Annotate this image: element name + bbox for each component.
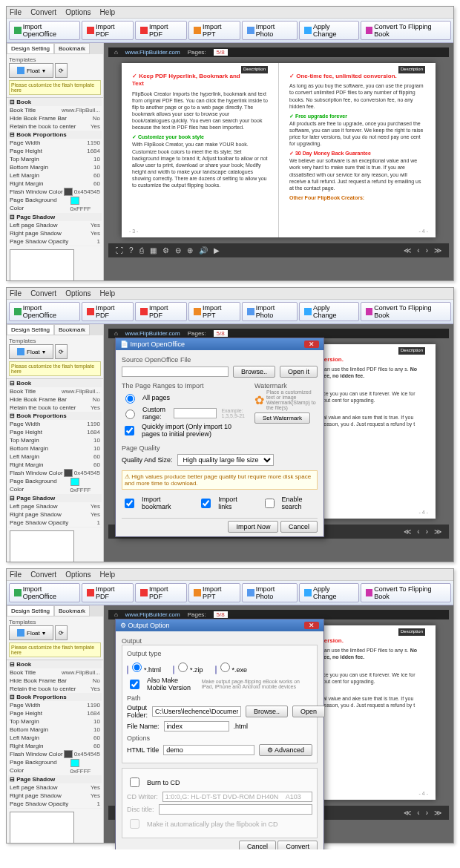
prop-row[interactable]: Top Margin10 [8, 155, 102, 163]
prop-group[interactable]: ⊟ Book Proportions [8, 693, 102, 701]
menu-file[interactable]: File [10, 8, 22, 16]
sound-icon[interactable]: 🔊 [199, 246, 208, 254]
toolbar-import-ppt[interactable]: Import PPT [188, 583, 240, 602]
toolbar-import-pdf[interactable]: Import PDF [135, 21, 187, 40]
prop-row[interactable]: Bottom Margin10 [8, 163, 102, 171]
menu-options[interactable]: Options [65, 289, 91, 297]
gear-icon[interactable]: ⚙ [162, 246, 169, 254]
prop-row[interactable]: Book Titlewww.FlipBuil... [8, 387, 102, 395]
prop-row[interactable]: Page Shadow Opacity1 [8, 237, 102, 246]
open-button[interactable]: Open [292, 706, 325, 717]
import-bookmark-check[interactable] [125, 499, 134, 508]
type-exe-radio[interactable] [220, 662, 230, 672]
home-icon[interactable]: ⌂ [114, 49, 118, 56]
first-icon[interactable]: ≪ [404, 246, 411, 254]
last-icon[interactable]: ≫ [434, 246, 441, 254]
prop-row[interactable]: Page Background Color 0xFFFF [8, 196, 102, 212]
toolbar-import-pdf[interactable]: Import PDF [82, 21, 134, 40]
prop-row[interactable]: Left Margin60 [8, 734, 102, 742]
file-name-input[interactable] [164, 721, 229, 731]
prop-row[interactable]: Right page ShadowYes [8, 792, 102, 800]
toolbar-import-pdf[interactable]: Import PDF [135, 583, 187, 602]
type-zip-radio[interactable] [178, 662, 188, 672]
toolbar-convert-to-flipping-book[interactable]: Convert To Flipping Book [361, 21, 452, 40]
toolbar-import-photo[interactable]: Import Photo [242, 583, 298, 602]
toolbar-apply-change[interactable]: Apply Change [299, 302, 358, 321]
menu-help[interactable]: Help [100, 571, 116, 579]
toolbar-import-pdf[interactable]: Import PDF [82, 583, 134, 602]
prop-row[interactable]: Page Height1684 [8, 709, 102, 717]
prop-row[interactable]: Page Background Color 0xFFFF [8, 477, 102, 493]
type-html-radio[interactable] [132, 662, 142, 672]
prop-row[interactable]: Book Titlewww.FlipBuil... [8, 668, 102, 677]
prop-group[interactable]: ⊟ Book [8, 660, 102, 668]
zoom-out-icon[interactable]: ⊖ [175, 246, 181, 254]
toolbar-import-ppt[interactable]: Import PPT [188, 302, 240, 321]
prop-row[interactable]: Hide Book Frame BarNo [8, 395, 102, 404]
quick-import-check[interactable] [125, 426, 134, 435]
prop-group[interactable]: ⊟ Book Proportions [8, 412, 102, 420]
menu-help[interactable]: Help [100, 8, 116, 16]
toolbar-import-pdf[interactable]: Import PDF [82, 302, 134, 321]
template-refresh[interactable]: ⟳ [55, 63, 68, 78]
thumbs-icon[interactable]: ▦ [150, 246, 157, 254]
book[interactable]: Description ✓ Keep PDF Hyperlink, Bookma… [122, 63, 436, 237]
prop-row[interactable]: Hide Book Frame BarNo [8, 114, 102, 122]
toolbar-import-openoffice[interactable]: Import OpenOffice [9, 583, 80, 602]
mobile-check[interactable] [130, 680, 139, 689]
template-select[interactable]: Float▾ [9, 63, 53, 78]
prop-row[interactable]: Right Margin60 [8, 180, 102, 188]
prop-row[interactable]: Top Margin10 [8, 436, 102, 444]
prev-icon[interactable]: ‹ [417, 246, 419, 254]
tab-bookmark[interactable]: Bookmark [54, 605, 90, 617]
page-input[interactable]: 5/8 [214, 49, 228, 56]
prop-group[interactable]: ⊟ Book [8, 379, 102, 387]
prop-row[interactable]: Retain the book to centerYes [8, 404, 102, 412]
advanced-button[interactable]: ⚙ Advanced [259, 744, 312, 756]
tab-design-setting[interactable]: Design Setting [7, 324, 54, 335]
toolbar-convert-to-flipping-book[interactable]: Convert To Flipping Book [361, 302, 452, 321]
tab-bookmark[interactable]: Bookmark [54, 43, 90, 54]
toolbar-import-pdf[interactable]: Import PDF [135, 302, 187, 321]
prop-row[interactable]: Top Margin10 [8, 717, 102, 726]
quality-select[interactable]: High quality large file size [177, 454, 274, 466]
template-select[interactable]: Float▾ [9, 344, 53, 359]
menu-file[interactable]: File [10, 571, 22, 579]
zoom-in-icon[interactable]: ⊕ [187, 246, 193, 254]
fullscreen-icon[interactable]: ⛶ [116, 246, 123, 254]
menu-options[interactable]: Options [65, 571, 91, 579]
toolbar-convert-to-flipping-book[interactable]: Convert To Flipping Book [361, 583, 452, 602]
toolbar-import-openoffice[interactable]: Import OpenOffice [9, 302, 80, 321]
prop-row[interactable]: Retain the book to centerYes [8, 122, 102, 131]
prop-row[interactable]: Left page ShadowYes [8, 502, 102, 510]
convert-button[interactable]: Convert [277, 841, 318, 849]
prop-group[interactable]: ⊟ Page Shadow [8, 775, 102, 783]
prop-row[interactable]: Retain the book to centerYes [8, 685, 102, 693]
tab-design-setting[interactable]: Design Setting [7, 43, 54, 54]
close-icon[interactable]: ✕ [304, 341, 319, 348]
prop-row[interactable]: Page Width1190 [8, 701, 102, 709]
all-pages-radio[interactable] [125, 394, 135, 404]
toolbar-apply-change[interactable]: Apply Change [299, 583, 358, 602]
prop-row[interactable]: Left page ShadowYes [8, 783, 102, 792]
print-icon[interactable]: ⎙ [139, 246, 144, 254]
close-icon[interactable]: ✕ [304, 622, 319, 629]
prop-row[interactable]: Right page ShadowYes [8, 229, 102, 237]
prop-row[interactable]: Right page ShadowYes [8, 510, 102, 519]
help-icon[interactable]: ? [129, 246, 134, 254]
prop-group[interactable]: ⊟ Page Shadow [8, 494, 102, 502]
prop-row[interactable]: Bottom Margin10 [8, 726, 102, 734]
customize-link[interactable]: Please customize the flash template here [9, 80, 101, 95]
tab-bookmark[interactable]: Bookmark [54, 324, 90, 335]
prop-row[interactable]: Page Width1190 [8, 420, 102, 428]
import-links-check[interactable] [201, 499, 211, 508]
prop-group[interactable]: ⊟ Book Proportions [8, 131, 102, 139]
prop-row[interactable]: Book Titlewww.FlipBuil... [8, 106, 102, 114]
menu-options[interactable]: Options [65, 8, 91, 16]
prop-group[interactable]: ⊟ Background Config [8, 246, 102, 246]
prop-row[interactable]: Left Margin60 [8, 453, 102, 461]
prop-group[interactable]: ⊟ Page Shadow [8, 213, 102, 221]
next-icon[interactable]: › [426, 246, 428, 254]
play-icon[interactable]: ▶ [214, 246, 220, 254]
cancel-button[interactable]: Cancel [280, 521, 318, 533]
